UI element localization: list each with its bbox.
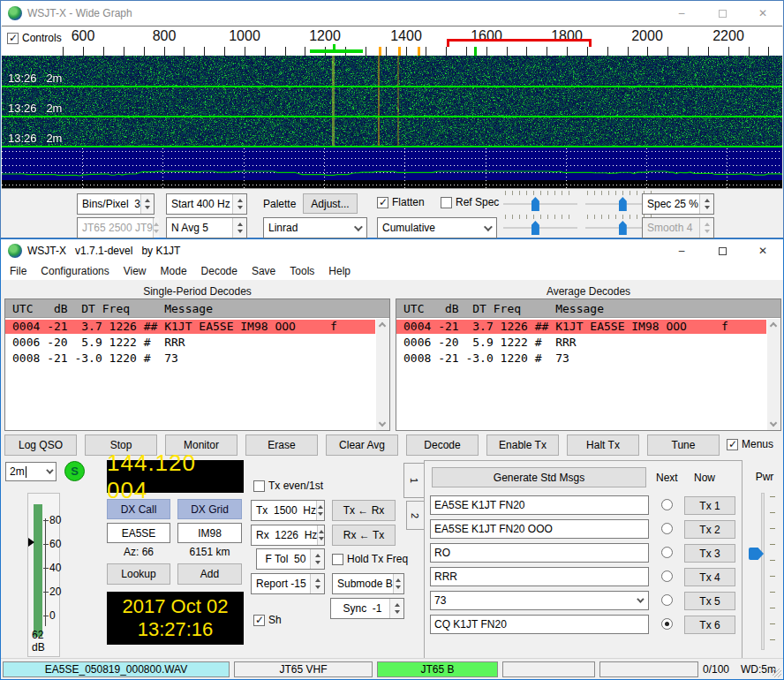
scrollbar[interactable] (376, 319, 389, 430)
tx3-now-button[interactable]: Tx 3 (684, 544, 735, 563)
maximize-button[interactable] (702, 239, 743, 262)
controls-checkbox-label: Controls (22, 32, 62, 44)
tab-2[interactable]: 2 (406, 501, 425, 530)
waterfall-timestamp: 13:26 2m (8, 72, 62, 85)
tx5-next-radio[interactable] (661, 594, 673, 606)
scroll-up-icon[interactable] (379, 322, 386, 329)
scroll-up-icon[interactable] (770, 322, 777, 329)
menu-decode[interactable]: Decode (194, 263, 245, 279)
tx1-message-input[interactable]: EA5SE K1JT FN20 (430, 495, 649, 515)
dx-grid-input[interactable]: IM98 (177, 523, 242, 543)
spec-percent-spinner[interactable]: Spec 25 % (642, 193, 714, 215)
controls-checkbox[interactable]: Controls (7, 32, 62, 44)
decode-row[interactable]: 0006 -20 5.9 1222 # RRR (396, 336, 766, 350)
controls-checkbox-box[interactable] (7, 33, 19, 44)
tx4-message-input[interactable]: RRR (430, 567, 649, 586)
adjust-button[interactable]: Adjust... (303, 193, 358, 214)
tx6-message-input[interactable]: CQ K1JT FN20 (430, 615, 649, 634)
average-decodes-table: UTC dB DT Freq Message 0004 -21 3.7 1226… (396, 298, 781, 431)
gain-slider-bottom-left[interactable] (503, 215, 577, 236)
clear-avg-button[interactable]: Clear Avg (326, 434, 398, 456)
freq-scale-label: 2200 (712, 28, 744, 44)
log-qso-button[interactable]: Log QSO (4, 434, 77, 456)
tx-from-rx-button[interactable]: Tx ← Rx (332, 500, 396, 521)
add-button[interactable]: Add (177, 563, 242, 585)
maximize-button[interactable] (702, 1, 743, 26)
submode-spinner[interactable]: Submode B (332, 573, 404, 594)
single-period-decodes-table: UTC dB DT Freq Message 0004 -21 3.7 1226… (4, 298, 390, 431)
decode-row[interactable]: 0006 -20 5.9 1222 # RRR (5, 336, 375, 350)
date-time-display: 2017 Oct 02 13:27:16 (107, 592, 244, 645)
menus-checkbox[interactable]: Menus (727, 438, 773, 450)
decode-row[interactable]: 0008 -21 -3.0 1220 # 73 (396, 351, 766, 366)
close-button[interactable]: ✕ (743, 1, 783, 26)
rx-freq-marker-bar (310, 49, 363, 53)
scroll-down-icon[interactable] (379, 419, 386, 427)
erase-button[interactable]: Erase (245, 434, 318, 456)
gain-slider-top-left[interactable] (503, 191, 577, 212)
tx4-now-button[interactable]: Tx 4 (684, 568, 735, 586)
menu-help[interactable]: Help (321, 263, 358, 279)
scroll-down-icon[interactable] (770, 419, 777, 427)
freq-scale-label: 600 (72, 28, 95, 44)
decode-button[interactable]: Decode (406, 434, 479, 456)
minimize-button[interactable]: – (661, 239, 702, 262)
tx2-now-button[interactable]: Tx 2 (684, 520, 735, 539)
sync-spinner[interactable]: Sync -1 (330, 598, 404, 619)
tx5-message-combo[interactable]: 73 (430, 591, 649, 610)
menu-file[interactable]: File (3, 263, 34, 279)
palette-combo[interactable]: Linrad (263, 217, 367, 238)
minimize-button[interactable]: – (661, 1, 702, 26)
sh-checkbox[interactable]: Sh (253, 614, 282, 626)
rx-freq-spinner[interactable]: Rx 1226 Hz (251, 525, 325, 546)
tx3-message-input[interactable]: RO (430, 543, 649, 563)
rx-from-tx-button[interactable]: Rx ← Tx (332, 525, 396, 546)
dx-call-input[interactable]: EA5SE (107, 523, 170, 543)
tx3-next-radio[interactable] (661, 547, 673, 558)
close-button[interactable]: ✕ (743, 239, 783, 262)
bins-pixel-spinner[interactable]: Bins/Pixel 3 (77, 193, 155, 215)
menu-view[interactable]: View (117, 263, 154, 279)
status-indicator-button[interactable]: S (64, 461, 85, 481)
menu-save[interactable]: Save (245, 263, 283, 279)
tx1-now-button[interactable]: Tx 1 (684, 496, 735, 515)
display-mode-combo[interactable]: Cumulative (377, 217, 497, 238)
decode-row[interactable]: 0004 -21 3.7 1226 ## K1JT EA5SE IM98 OOO… (5, 320, 375, 334)
tx6-now-button[interactable]: Tx 6 (684, 616, 735, 634)
tune-button[interactable]: Tune (647, 434, 720, 456)
scrollbar[interactable] (767, 319, 780, 430)
tx6-next-radio[interactable] (661, 618, 673, 630)
tx-freq-spinner[interactable]: Tx 1500 Hz (251, 500, 325, 521)
tx1-next-radio[interactable] (661, 499, 673, 510)
tab-1[interactable]: 1 (403, 463, 425, 498)
dx-call-label[interactable]: DX Call (107, 499, 170, 519)
n-avg-spinner[interactable]: N Avg 5 (166, 217, 247, 238)
pwr-slider[interactable] (761, 493, 765, 650)
halt-tx-button[interactable]: Halt Tx (567, 434, 639, 456)
frequency-scale[interactable]: Controls 6008001000120014001600180020002… (2, 26, 782, 56)
generate-std-msgs-button[interactable]: Generate Std Msgs (432, 467, 646, 487)
band-select-combo[interactable]: 2m (5, 462, 57, 481)
enable-tx-button[interactable]: Enable Tx (486, 434, 559, 456)
tx-even-checkbox[interactable]: Tx even/1st (253, 480, 323, 492)
menu-mode[interactable]: Mode (154, 263, 194, 279)
flatten-checkbox[interactable]: Flatten (377, 196, 425, 208)
tx5-now-button[interactable]: Tx 5 (684, 592, 735, 610)
menu-tools[interactable]: Tools (283, 263, 321, 279)
f-tol-spinner[interactable]: F Tol 50 (256, 548, 325, 570)
tx2-message-input[interactable]: EA5SE K1JT FN20 OOO (430, 519, 649, 539)
start-freq-spinner[interactable]: Start 400 Hz (166, 193, 247, 215)
tx2-next-radio[interactable] (661, 523, 673, 534)
decode-row[interactable]: 0008 -21 -3.0 1220 # 73 (5, 351, 375, 366)
dx-grid-label[interactable]: DX Grid (177, 499, 242, 519)
hold-tx-freq-checkbox[interactable]: Hold Tx Freq (332, 553, 408, 565)
report-spinner[interactable]: Report -15 (251, 573, 325, 594)
waterfall-display[interactable] (2, 56, 782, 188)
tx4-next-radio[interactable] (661, 570, 673, 582)
decode-row[interactable]: 0004 -21 3.7 1226 ## K1JT EA5SE IM98 OOO… (396, 320, 766, 334)
menu-configurations[interactable]: Configurations (34, 263, 116, 279)
lookup-button[interactable]: Lookup (107, 563, 170, 585)
freq-scale-label: 1800 (551, 28, 583, 44)
resize-grip[interactable] (773, 669, 781, 677)
ref-spec-checkbox[interactable]: Ref Spec (441, 196, 499, 208)
